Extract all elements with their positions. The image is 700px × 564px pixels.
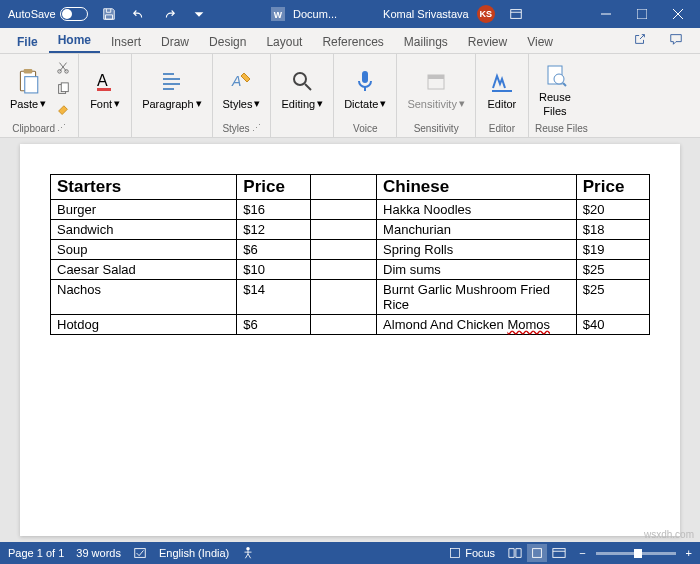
reuse-files-icon xyxy=(541,61,569,89)
paragraph-button[interactable]: Paragraph▾ xyxy=(138,65,205,112)
cut-icon[interactable] xyxy=(54,58,72,76)
spelling-error: Momos xyxy=(507,317,550,332)
redo-icon[interactable] xyxy=(156,0,182,28)
comments-icon[interactable] xyxy=(660,28,692,53)
qat-dropdown-icon[interactable] xyxy=(186,0,212,28)
tab-home[interactable]: Home xyxy=(49,29,100,53)
editing-button[interactable]: Editing▾ xyxy=(277,65,327,112)
styles-icon: A xyxy=(228,67,256,95)
chevron-down-icon: ▾ xyxy=(114,97,120,110)
header-chinese[interactable]: Chinese xyxy=(377,175,577,200)
ribbon-tabs: File Home Insert Draw Design Layout Refe… xyxy=(0,28,700,54)
tab-mailings[interactable]: Mailings xyxy=(395,31,457,53)
table-row: Sandwich$12Manchurian$18 xyxy=(51,220,650,240)
zoom-out-button[interactable]: − xyxy=(579,547,585,559)
styles-button[interactable]: A Styles▾ xyxy=(219,65,265,112)
dialog-launcher-icon[interactable]: ⋰ xyxy=(57,123,66,133)
word-count[interactable]: 39 words xyxy=(76,547,121,559)
user-name[interactable]: Komal Srivastava xyxy=(383,8,469,20)
svg-rect-9 xyxy=(24,69,33,73)
font-button[interactable]: A Font▾ xyxy=(85,65,125,112)
chevron-down-icon: ▾ xyxy=(196,97,202,110)
chevron-down-icon: ▾ xyxy=(317,97,323,110)
svg-line-23 xyxy=(305,84,311,90)
clipboard-icon xyxy=(14,67,42,95)
maximize-button[interactable] xyxy=(624,0,660,28)
tab-review[interactable]: Review xyxy=(459,31,516,53)
language-indicator[interactable]: English (India) xyxy=(159,547,229,559)
ribbon: Paste▾ Clipboard ⋰ A Font▾ Paragraph▾ xyxy=(0,54,700,138)
autosave-toggle[interactable]: AutoSave xyxy=(4,7,92,21)
svg-point-33 xyxy=(247,547,251,551)
group-sensitivity-label: Sensitivity xyxy=(414,123,459,134)
search-icon xyxy=(288,67,316,95)
save-icon[interactable] xyxy=(96,0,122,28)
zoom-in-button[interactable]: + xyxy=(686,547,692,559)
chevron-down-icon: ▾ xyxy=(40,97,46,110)
header-price[interactable]: Price xyxy=(576,175,649,200)
tab-design[interactable]: Design xyxy=(200,31,255,53)
svg-text:A: A xyxy=(97,72,108,89)
group-voice-label: Voice xyxy=(353,123,377,134)
title-bar: AutoSave W Docum... Komal Srivastava KS xyxy=(0,0,700,28)
svg-text:A: A xyxy=(231,73,241,89)
tab-view[interactable]: View xyxy=(518,31,562,53)
spell-check-icon[interactable] xyxy=(133,546,147,560)
svg-rect-32 xyxy=(135,549,146,558)
tab-file[interactable]: File xyxy=(8,31,47,53)
paste-button[interactable]: Paste▾ xyxy=(6,65,50,112)
dialog-launcher-icon[interactable]: ⋰ xyxy=(252,123,261,133)
svg-rect-27 xyxy=(428,75,444,79)
table-row: Soup$6Spring Rolls$19 xyxy=(51,240,650,260)
group-clipboard-label: Clipboard xyxy=(12,123,55,134)
chevron-down-icon: ▾ xyxy=(459,97,465,110)
dictate-button[interactable]: Dictate▾ xyxy=(340,65,390,112)
svg-text:W: W xyxy=(274,10,283,20)
web-layout-icon[interactable] xyxy=(549,544,569,562)
font-icon: A xyxy=(91,67,119,95)
tab-references[interactable]: References xyxy=(313,31,392,53)
reuse-files-button[interactable]: ReuseFiles xyxy=(535,59,575,119)
group-editor-label: Editor xyxy=(489,123,515,134)
share-icon[interactable] xyxy=(624,28,656,53)
chevron-down-icon: ▾ xyxy=(380,97,386,110)
page-indicator[interactable]: Page 1 of 1 xyxy=(8,547,64,559)
undo-icon[interactable] xyxy=(126,0,152,28)
svg-point-22 xyxy=(294,73,306,85)
accessibility-icon[interactable] xyxy=(241,546,255,560)
header-price[interactable]: Price xyxy=(237,175,310,200)
ribbon-options-icon[interactable] xyxy=(503,0,529,28)
format-painter-icon[interactable] xyxy=(54,102,72,120)
header-starters[interactable]: Starters xyxy=(51,175,237,200)
zoom-slider[interactable] xyxy=(596,552,676,555)
svg-rect-24 xyxy=(362,71,368,83)
tab-layout[interactable]: Layout xyxy=(257,31,311,53)
svg-rect-36 xyxy=(553,549,565,558)
editor-button[interactable]: Editor xyxy=(482,66,522,112)
svg-rect-5 xyxy=(637,9,647,19)
document-area[interactable]: Starters Price Chinese Price Burger$16Ha… xyxy=(0,138,700,542)
svg-rect-35 xyxy=(533,549,542,558)
editor-icon xyxy=(488,68,516,96)
sensitivity-button: Sensitivity▾ xyxy=(403,65,469,112)
close-button[interactable] xyxy=(660,0,696,28)
menu-table[interactable]: Starters Price Chinese Price Burger$16Ha… xyxy=(50,174,650,335)
group-reuse-label: Reuse Files xyxy=(535,123,588,134)
focus-mode[interactable]: Focus xyxy=(449,547,495,559)
document-title: Docum... xyxy=(293,8,337,20)
minimize-button[interactable] xyxy=(588,0,624,28)
table-row: Burger$16Hakka Noodles$20 xyxy=(51,200,650,220)
svg-rect-10 xyxy=(25,77,38,93)
avatar[interactable]: KS xyxy=(477,5,495,23)
autosave-label: AutoSave xyxy=(8,8,56,20)
copy-icon[interactable] xyxy=(54,80,72,98)
table-row: Hotdog$6Almond And Chicken Momos$40 xyxy=(51,315,650,335)
page[interactable]: Starters Price Chinese Price Burger$16Ha… xyxy=(20,144,680,536)
svg-rect-14 xyxy=(61,82,68,91)
tab-draw[interactable]: Draw xyxy=(152,31,198,53)
status-bar: Page 1 of 1 39 words English (India) Foc… xyxy=(0,542,700,564)
svg-rect-16 xyxy=(97,88,111,91)
read-mode-icon[interactable] xyxy=(505,544,525,562)
tab-insert[interactable]: Insert xyxy=(102,31,150,53)
print-layout-icon[interactable] xyxy=(527,544,547,562)
